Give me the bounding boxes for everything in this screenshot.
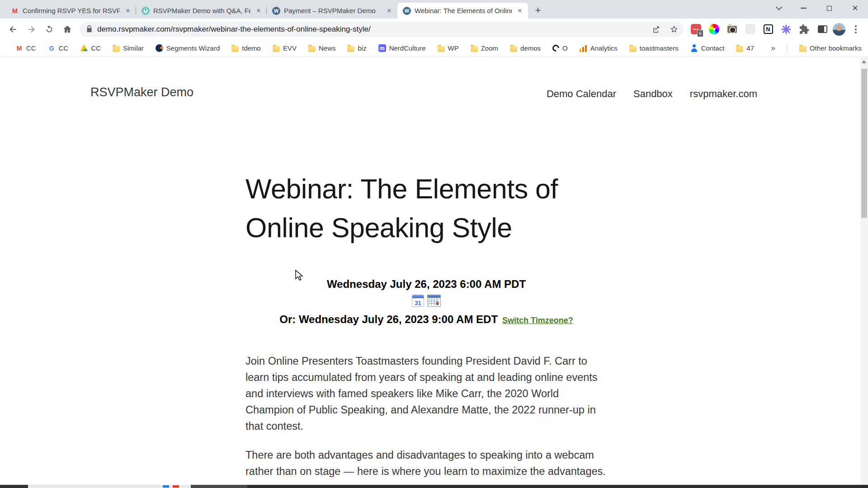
bookmark-item[interactable]: CC [15,44,36,52]
bookmark-item[interactable]: CC [80,44,101,52]
bookmark-item[interactable]: News [308,44,336,52]
bookmark-label: CC [26,44,36,52]
bookmark-item[interactable]: 47 [736,44,754,52]
other-bookmarks-folder[interactable]: Other bookmarks [799,44,862,52]
bookmark-item[interactable]: demos [510,44,541,52]
bookmark-icon [231,46,239,52]
bookmark-item[interactable]: Segments Wizard [156,44,220,52]
nav-link[interactable]: Sandbox [633,88,673,100]
bookmark-item[interactable]: EVV [273,44,297,52]
tab-favicon [11,7,19,15]
description-paragraph: There are both advantages and disadvanta… [245,447,607,479]
back-icon[interactable] [5,22,21,37]
side-panel-icon[interactable] [815,22,830,37]
add-to-calendar-row: 31 [245,295,607,307]
bookmark-label: toastmasters [640,44,679,52]
tab-close-icon[interactable] [515,6,524,15]
forward-icon[interactable] [24,22,39,37]
bookmark-label: Zoom [481,44,498,52]
restore-button[interactable] [816,0,842,16]
bookmark-label: EVV [283,44,297,52]
browser-tab[interactable]: Webinar: The Elements of Online [397,3,528,19]
bookmarks-bar: CC CC CC Similar Segments Wizard [0,40,868,57]
minimize-button[interactable] [791,0,816,16]
webpage-viewport: RSVPMaker Demo Demo Calendar Sandbox rsv… [0,57,860,485]
bookmark-label: CC [59,44,69,52]
bookmark-item[interactable]: NerdCulture [378,44,426,52]
switch-timezone-link[interactable]: Switch Timzeone? [502,316,573,325]
bookmark-item[interactable]: CC [48,44,69,52]
window-controls: × [765,0,868,16]
extension-rsvp-icon[interactable]: 6 [688,22,703,37]
ical-calendar-icon[interactable] [427,295,441,307]
bookmark-item[interactable]: Similar [113,44,144,52]
bookmark-icon [80,44,88,52]
extensions-puzzle-icon[interactable] [797,22,812,37]
home-icon[interactable] [60,22,75,37]
bookmark-label: Segments Wizard [166,44,220,52]
bookmark-label: 47 [746,44,754,52]
tab-close-icon[interactable] [254,6,263,15]
tab-close-icon[interactable] [385,6,394,15]
browser-tab[interactable]: Payment – RSVPMaker Demo [267,3,397,19]
scrollbar-up-arrow[interactable] [862,60,866,63]
bookmark-item[interactable]: Contact [690,44,725,52]
extension-notion-icon[interactable] [760,22,776,37]
bookmark-item[interactable]: O [552,44,568,52]
close-button[interactable]: × [842,0,868,16]
reload-icon[interactable] [42,22,57,37]
alt-datetime-text: Or: Wednesday July 26, 2023 9:00 AM EDT [279,313,498,325]
address-bar[interactable]: demo.rsvpmaker.com/rsvpmaker/webinar-the… [80,22,684,37]
bookmark-icon [156,44,163,52]
extension-badge: 6 [697,30,703,37]
bookmark-item[interactable]: Zoom [471,44,498,52]
tab-search-chevron-icon[interactable] [765,0,791,16]
description-paragraph: Join Online Presenters Toastmasters foun… [245,353,607,434]
scrollbar-thumb[interactable] [861,69,867,218]
bookmark-item[interactable]: biz [347,44,366,52]
browser-tab[interactable]: Confirming RSVP YES for RSVPM [5,3,136,19]
bookmark-item[interactable]: WP [438,44,459,52]
bookmark-icon [378,44,386,52]
browser-menu-icon[interactable] [848,22,863,37]
extension-colorwheel-icon[interactable] [706,22,722,37]
url-text[interactable]: demo.rsvpmaker.com/rsvpmaker/webinar-the… [97,25,645,34]
page-scrollbar[interactable] [860,57,868,485]
browser-tab[interactable]: RSVPMaker Demo with Q&A, Fea [136,3,267,19]
bookmark-icon [736,46,743,52]
browser-window: Confirming RSVP YES for RSVPM RSVPMaker … [0,0,868,488]
bookmark-icon [308,46,316,52]
nav-link[interactable]: Demo Calendar [547,88,616,100]
bookmark-icon [690,44,698,52]
bookmark-label: O [562,44,568,52]
calendar-day-number: 31 [412,300,424,306]
tab-title: RSVPMaker Demo with Q&A, Fea [153,7,250,14]
bookmark-item[interactable]: tdemo [231,44,261,52]
profile-avatar[interactable] [833,23,845,36]
bookmark-icon [580,44,587,52]
bookmark-icon [471,46,478,52]
tab-close-icon[interactable] [123,6,132,15]
site-title[interactable]: RSVPMaker Demo [90,85,193,99]
padlock-icon[interactable] [86,25,93,33]
bookmark-label: Analytics [590,44,618,52]
new-tab-button[interactable]: + [532,4,544,17]
extension-asterisk-icon[interactable] [778,22,794,37]
bookmark-icon [113,46,120,52]
bookmark-item[interactable]: Analytics [580,44,618,52]
tab-favicon [142,7,150,15]
bookmark-star-icon[interactable] [667,23,681,36]
event-article: Webinar: The Elements of Online Speaking… [245,169,607,485]
extension-camera-icon[interactable] [724,22,740,37]
google-calendar-icon[interactable]: 31 [412,295,424,307]
bookmark-icon [551,43,561,53]
bookmark-label: NerdCulture [389,44,426,52]
bookmark-icon [438,46,445,52]
share-icon[interactable] [649,23,663,36]
extension-disabled-icon[interactable] [742,22,758,37]
bookmark-item[interactable]: toastmasters [629,44,679,52]
nav-link[interactable]: rsvpmaker.com [690,88,757,100]
bookmark-label: Contact [701,44,725,52]
bookmarks-overflow-chevron[interactable]: » [771,43,775,53]
bookmark-icon [629,46,637,52]
